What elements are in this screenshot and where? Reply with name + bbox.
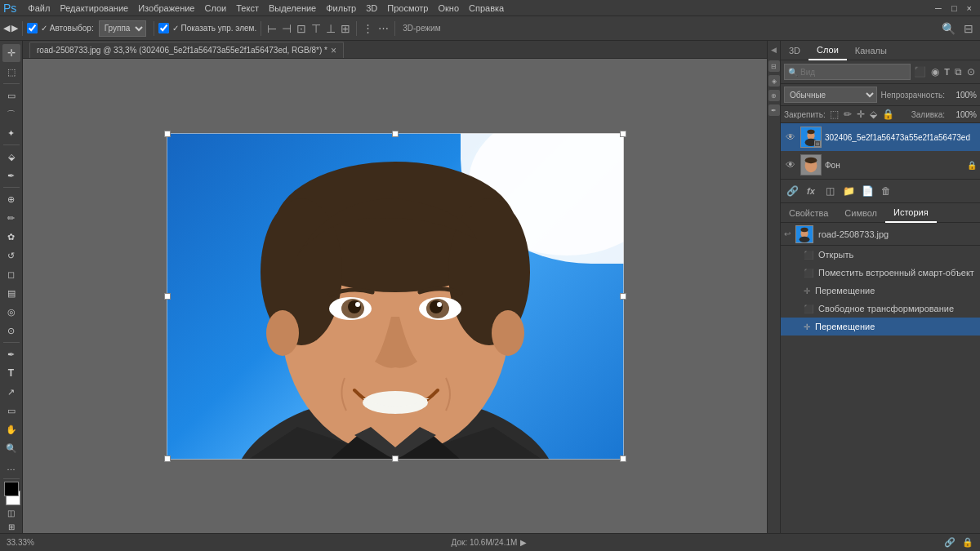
history-item-3[interactable]: ✛ Перемещение [781,282,980,300]
align-bottom[interactable]: ⊞ [339,22,352,35]
dodge-tool[interactable]: ⊙ [2,322,20,340]
quickselect-tool[interactable]: ✦ [2,124,20,142]
layer-row-2[interactable]: 👁 Фон 🔒 [781,151,980,179]
extra-tools[interactable]: … [2,458,20,476]
tab-properties[interactable]: Свойства [781,203,836,223]
window-close[interactable]: × [962,3,977,13]
align-left[interactable]: ⊢ [265,22,278,35]
lock-image[interactable]: ✏ [843,109,853,120]
healpatch-tool[interactable]: ⊕ [2,190,20,208]
text-tool[interactable]: T [2,364,20,382]
mode-3d[interactable]: 3D-режим [399,24,443,33]
blur-tool[interactable]: ◎ [2,303,20,321]
menu-file[interactable]: Файл [23,3,55,13]
autoselect-checkbox[interactable] [27,23,38,33]
dist-v[interactable]: ⋯ [376,22,390,34]
handle-bl[interactable] [164,455,171,462]
statusbar-arrow[interactable]: ▶ [520,538,527,547]
pen-tool[interactable]: ✒ [2,345,20,363]
handle-br[interactable] [620,455,626,462]
lock-artboard[interactable]: ⬙ [869,109,878,120]
history-item-4[interactable]: ⬛ Свободное трансформирование [781,300,980,318]
fill-value[interactable]: 100% [948,110,977,119]
opacity-value[interactable]: 100% [948,91,977,100]
history-item-2[interactable]: ⬛ Поместить встроенный смарт-объект [781,264,980,282]
menu-image[interactable]: Изображение [133,3,199,13]
move-tool[interactable]: ✛ [2,44,20,62]
handle-tr[interactable] [620,131,626,137]
zoom-tool[interactable]: 🔍 [2,439,20,457]
hand-tool[interactable]: ✋ [2,420,20,438]
handle-tc[interactable] [392,131,399,137]
layer-row-1[interactable]: 👁 ⊞ 302406_5e2f1a56473a55e2f1a56473ed [781,123,980,151]
tab-channels[interactable]: Каналы [847,41,895,60]
layout-button[interactable]: ⊟ [960,22,977,35]
layer-filter-smart[interactable]: ⊙ [965,66,977,78]
fg-color[interactable] [4,482,19,496]
tab-history[interactable]: История [885,203,937,223]
collapse-arrow[interactable]: ◀ [771,46,777,54]
menu-view[interactable]: Просмотр [382,3,433,13]
layer-filter-pixel[interactable]: ⬛ [912,66,928,78]
menu-edit[interactable]: Редактирование [55,3,133,13]
screen-mode[interactable]: ⊞ [2,520,20,533]
layer-visibility-2[interactable]: 👁 [784,158,797,171]
layer-filter-shape[interactable]: ⧉ [953,66,964,78]
menu-text[interactable]: Текст [231,3,264,13]
layer-filter-adjustment[interactable]: ◉ [929,66,941,78]
mask-mode[interactable]: ◫ [2,506,20,519]
tab-close[interactable]: × [331,45,336,56]
artboard-tool[interactable]: ⬚ [2,63,20,81]
history-brush[interactable]: ↺ [2,247,20,264]
handle-tl[interactable] [164,131,171,137]
autoselect-type[interactable]: Группа [99,20,146,37]
handle-ml[interactable] [164,293,171,300]
tab-3d[interactable]: 3D [781,41,808,60]
back-button[interactable]: ◀ [3,23,10,33]
layer-filter-text[interactable]: T [942,67,951,77]
menu-help[interactable]: Справка [464,3,509,13]
adjustments-icon[interactable]: ◈ [768,75,780,87]
brush-tool[interactable]: ✏ [2,209,20,227]
add-mask[interactable]: ◫ [822,183,838,199]
layer-visibility-1[interactable]: 👁 [784,131,797,144]
new-group[interactable]: 📁 [840,183,857,199]
channels-icon[interactable]: ⊕ [768,90,780,101]
tab-layers[interactable]: Слои [808,41,847,60]
paths-icon[interactable]: ✒ [768,104,780,116]
fx-button[interactable]: fx [803,183,819,199]
marquee-tool[interactable]: ▭ [2,87,20,104]
delete-layer[interactable]: 🗑 [878,183,894,199]
align-center-h[interactable]: ⊣ [280,22,293,35]
gradient-tool[interactable]: ▤ [2,284,20,302]
shape-tool[interactable]: ▭ [2,402,20,420]
menu-select[interactable]: Выделение [264,3,321,13]
lock-all[interactable]: 🔒 [881,109,895,120]
layers-search-input[interactable] [800,68,906,77]
lock-transparent[interactable]: ⬚ [829,109,840,120]
search-button[interactable]: 🔍 [938,22,959,35]
statusbar-snap[interactable]: 🔗 [944,537,956,548]
align-center-v[interactable]: ⊥ [324,22,337,35]
handle-bc[interactable] [392,455,399,462]
crop-tool[interactable]: ⬙ [2,148,20,166]
menu-layers[interactable]: Слои [199,3,231,13]
zoom-level[interactable]: 33.33% [7,538,34,547]
menu-3d[interactable]: 3D [361,3,382,13]
eraser-tool[interactable]: ◻ [2,265,20,283]
history-item-5[interactable]: ✛ Перемещение [781,318,980,335]
stamp-tool[interactable]: ✿ [2,228,20,246]
statusbar-lock[interactable]: 🔒 [962,537,973,548]
handle-mr[interactable] [620,293,626,300]
showcontrols-checkbox[interactable] [158,23,169,33]
path-select[interactable]: ↗ [2,383,20,401]
tab-symbol[interactable]: Символ [836,203,885,223]
align-top[interactable]: ⊤ [310,22,323,35]
link-layers[interactable]: 🔗 [784,183,800,199]
eyedropper-tool[interactable]: ✒ [2,167,20,184]
window-minimize[interactable]: ─ [930,3,947,13]
window-maximize[interactable]: □ [947,3,962,13]
new-layer[interactable]: 📄 [859,183,875,199]
blend-mode-select[interactable]: Обычные [784,87,877,103]
forward-button[interactable]: ▶ [11,23,18,33]
